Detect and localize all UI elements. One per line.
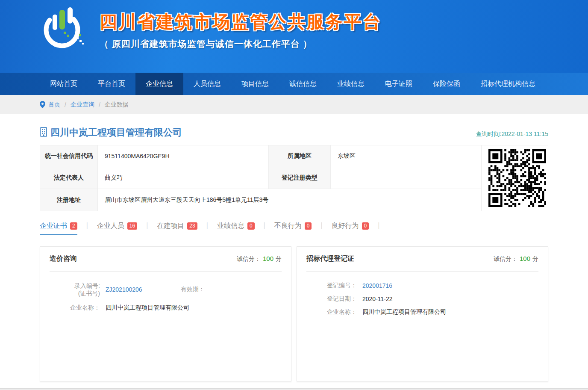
entry-number-label: 录入编号: (证书号)	[50, 282, 100, 297]
registration-number-link[interactable]: 202001716	[362, 282, 392, 289]
qr-code-image	[488, 149, 546, 207]
nav-item-insurance-guarantee[interactable]: 保险保函	[423, 73, 470, 95]
site-header: 四川省建筑市场监管公共服务平台 （ 原四川省建筑市场监管与诚信一体化工作平台 ）	[0, 0, 588, 73]
company-header: 四川中岚工程项目管理有限公司 查询时间:2022-01-13 11:15	[40, 126, 548, 139]
region-label: 所属地区	[269, 145, 331, 167]
legal-rep-value: 曲义巧	[98, 167, 269, 189]
company-info-table: 统一社会信用代码 91511400MA6420GE9H 所属地区 东坡区 法定代…	[40, 145, 548, 211]
tab-label: 在建项目	[157, 222, 184, 230]
legal-rep-label: 法定代表人	[40, 167, 98, 189]
nav-item-performance-info[interactable]: 业绩信息	[327, 73, 375, 95]
tab-enterprise-certificates[interactable]: 企业证书 2	[40, 222, 77, 235]
breadcrumb-separator: /	[99, 101, 100, 108]
site-logo-icon	[40, 6, 88, 50]
location-pin-icon	[40, 101, 45, 108]
tab-label: 业绩信息	[217, 222, 244, 230]
tab-label: 企业证书	[40, 222, 67, 230]
tab-count-badge: 0	[305, 222, 312, 230]
nav-item-bid-agency-info[interactable]: 招标代理机构信息	[470, 73, 546, 95]
tab-count-badge: 23	[187, 222, 197, 230]
tab-count-badge: 0	[362, 222, 369, 230]
tab-count-badge: 16	[127, 222, 137, 230]
certificate-number-link[interactable]: ZJ202100206	[106, 286, 142, 293]
tab-separator: |	[86, 222, 88, 229]
region-value: 东坡区	[331, 145, 482, 167]
tab-label: 企业人员	[97, 222, 124, 230]
page-root: 四川省建筑市场监管公共服务平台 （ 原四川省建筑市场监管与诚信一体化工作平台 ）…	[0, 0, 588, 390]
tab-count-badge: 2	[70, 222, 77, 230]
company-name-label: 企业名称：	[306, 308, 357, 316]
address-label: 注册地址	[40, 189, 98, 211]
certificate-cards: 造价咨询 诚信分：100分 录入编号: (证书号) ZJ202100206 有效…	[40, 246, 548, 381]
site-title: 四川省建筑市场监管公共服务平台	[100, 10, 382, 34]
credit-code-label: 统一社会信用代码	[40, 145, 98, 167]
tab-good-behavior[interactable]: 良好行为 0	[332, 222, 369, 235]
qr-code-cell	[482, 145, 553, 211]
nav-item-enterprise-info[interactable]: 企业信息	[135, 73, 183, 95]
breadcrumb: 首页 / 企业查询 / 企业数据	[0, 95, 588, 114]
page-footer	[0, 388, 588, 390]
registration-number-label: 登记编号：	[306, 282, 357, 290]
tab-separator: |	[320, 222, 322, 229]
query-time: 查询时间:2022-01-13 11:15	[476, 130, 548, 139]
tab-bar: 企业证书 2 | 企业人员 16 | 在建项目 23 | 业绩信息 0 | 不良…	[40, 222, 548, 235]
tab-separator: |	[206, 222, 208, 229]
tab-bad-behavior[interactable]: 不良行为 0	[274, 222, 312, 235]
score-value: 100	[263, 255, 273, 262]
main-nav: 网站首页 平台首页 企业信息 人员信息 项目信息 诚信信息 业绩信息 电子证照 …	[0, 73, 588, 95]
company-name: 四川中岚工程项目管理有限公司	[50, 126, 182, 139]
nav-item-e-certificate[interactable]: 电子证照	[375, 73, 423, 95]
tab-count-badge: 0	[247, 222, 255, 230]
breadcrumb-home-link[interactable]: 首页	[48, 101, 60, 109]
tab-enterprise-personnel[interactable]: 企业人员 16	[97, 222, 137, 235]
credit-score: 诚信分：100分	[237, 255, 282, 263]
breadcrumb-separator: /	[65, 101, 66, 108]
reg-type-label: 登记注册类型	[269, 167, 331, 189]
tab-separator: |	[146, 222, 148, 229]
score-unit: 分	[532, 255, 538, 262]
reg-type-value	[331, 167, 482, 189]
validity-label: 有效期：	[181, 286, 205, 293]
cost-consulting-card: 造价咨询 诚信分：100分 录入编号: (证书号) ZJ202100206 有效…	[40, 246, 291, 381]
nav-item-project-info[interactable]: 项目信息	[231, 73, 279, 95]
company-name-label: 企业名称：	[50, 304, 100, 312]
nav-item-website-home[interactable]: 网站首页	[40, 73, 88, 95]
tab-performance-info[interactable]: 业绩信息 0	[217, 222, 255, 235]
credit-score: 诚信分：100分	[494, 255, 538, 263]
nav-item-platform-home[interactable]: 平台首页	[88, 73, 135, 95]
registration-date-label: 登记日期：	[306, 295, 357, 303]
score-label: 诚信分：	[237, 255, 261, 262]
nav-item-credit-info[interactable]: 诚信信息	[279, 73, 327, 95]
registration-date-value: 2020-11-22	[362, 295, 393, 302]
breadcrumb-company-search-link[interactable]: 企业查询	[71, 101, 94, 109]
nav-item-personnel-info[interactable]: 人员信息	[183, 73, 231, 95]
tab-label: 良好行为	[332, 222, 359, 230]
score-label: 诚信分：	[494, 255, 517, 262]
company-name-value: 四川中岚工程项目管理有限公司	[106, 304, 189, 312]
site-subtitle: （ 原四川省建筑市场监管与诚信一体化工作平台 ）	[100, 38, 382, 50]
tab-separator: |	[264, 222, 265, 229]
score-unit: 分	[276, 255, 282, 262]
breadcrumb-current-page: 企业数据	[105, 101, 129, 109]
building-icon	[40, 127, 47, 139]
card-title: 招标代理登记证	[306, 254, 354, 263]
main-content: 四川中岚工程项目管理有限公司 查询时间:2022-01-13 11:15 统一社…	[40, 126, 548, 381]
company-name-value: 四川中岚工程项目管理有限公司	[362, 308, 446, 316]
address-value: 眉山市东坡区眉州大道东三段天天向上186号5幢1单元11层3号	[98, 189, 482, 211]
card-title: 造价咨询	[50, 254, 77, 263]
tab-label: 不良行为	[274, 222, 302, 230]
tab-separator: |	[378, 222, 379, 229]
score-value: 100	[520, 255, 530, 262]
tab-projects-under-construction[interactable]: 在建项目 23	[157, 222, 197, 235]
bid-agency-card: 招标代理登记证 诚信分：100分 登记编号： 202001716 登记日期： 2…	[297, 246, 548, 381]
credit-code-value: 91511400MA6420GE9H	[98, 145, 269, 167]
